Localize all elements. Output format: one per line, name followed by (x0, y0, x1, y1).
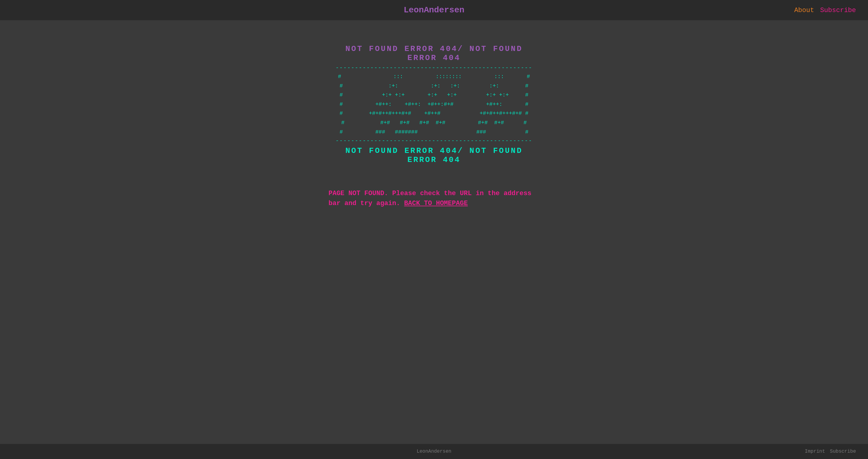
footer-subscribe-link[interactable]: Subscribe (830, 449, 856, 454)
site-footer: LeonAndersen Imprint Subscribe (0, 444, 868, 459)
main-content: NOT FOUND ERROR 404/ NOT FOUND ERROR 404… (0, 20, 868, 444)
divider-bottom: ----------------------------------------… (329, 138, 539, 144)
footer-imprint-link[interactable]: Imprint (805, 449, 825, 454)
ascii-art: # ::: :::::::: ::: # # :+: :+: :+: :+: #… (329, 72, 539, 137)
footer-nav: Imprint Subscribe (805, 449, 856, 454)
header-nav: About Subscribe (794, 6, 856, 14)
header-logo[interactable]: LeonAndersen (404, 5, 464, 15)
not-found-message: PAGE NOT FOUND. Please check the URL in … (329, 189, 539, 208)
error-container: NOT FOUND ERROR 404/ NOT FOUND ERROR 404… (329, 44, 539, 208)
nav-about-link[interactable]: About (794, 6, 814, 14)
footer-logo: LeonAndersen (416, 449, 451, 454)
nav-subscribe-link[interactable]: Subscribe (820, 6, 856, 14)
back-to-homepage-link[interactable]: BACK TO HOMEPAGE (404, 200, 468, 207)
error-title-top: NOT FOUND ERROR 404/ NOT FOUND ERROR 404 (329, 44, 539, 62)
site-header: LeonAndersen About Subscribe (0, 0, 868, 20)
error-title-bottom: NOT FOUND ERROR 404/ NOT FOUND ERROR 404 (329, 146, 539, 164)
divider-top: ----------------------------------------… (329, 65, 539, 71)
